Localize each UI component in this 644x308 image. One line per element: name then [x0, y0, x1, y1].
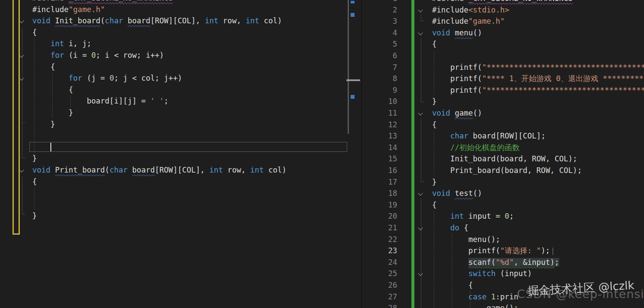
line-number[interactable]: 12 [375, 119, 397, 131]
line-number[interactable]: 10 [375, 96, 397, 107]
chevron-down-icon[interactable] [418, 31, 423, 35]
code-line[interactable]: 16 Print_board(board, ROW, COL); [362, 165, 644, 176]
code-line[interactable]: 21 do { [362, 222, 644, 234]
line-number[interactable]: 1 [375, 0, 397, 4]
code-text: } [32, 153, 37, 164]
line-number[interactable]: 8 [375, 73, 397, 85]
code-line[interactable]: 2#include<stdio.h> [362, 4, 644, 16]
line-number[interactable]: 5 [375, 38, 397, 50]
line-number[interactable]: 25 [375, 268, 397, 280]
scrollbar[interactable] [346, 0, 361, 308]
code-line[interactable]: void Init_board(char board[ROW][COL], in… [0, 15, 361, 27]
token: { [432, 120, 437, 129]
token: char [105, 16, 128, 25]
code-text: void menu() [432, 27, 482, 39]
code-line[interactable]: void Print_board(char board[ROW][COL], i… [0, 164, 361, 176]
code-line[interactable] [0, 187, 361, 199]
line-number[interactable]: 9 [375, 85, 397, 96]
indent-guide [34, 130, 34, 141]
code-line[interactable]: 25 switch (input) [362, 268, 644, 280]
code-line[interactable]: 23 printf("请选择: "); [362, 245, 644, 257]
code-line[interactable]: 3#include"game.h" [362, 16, 644, 27]
code-line[interactable]: board[i][j] = ' '; [0, 95, 361, 107]
line-number[interactable]: 14 [375, 142, 397, 154]
token: } [432, 97, 437, 106]
chevron-down-icon[interactable] [418, 8, 423, 13]
line-number[interactable]: 21 [375, 222, 397, 234]
code-line[interactable]: 1#define _CRT_SECURE_NO_WARNINGS [362, 0, 644, 4]
code-line[interactable] [0, 130, 361, 141]
code-line[interactable]: 17} [362, 176, 644, 188]
code-line[interactable] [0, 141, 361, 153]
code-line[interactable]: 8 printf("**** 1、开始游戏 0、退出游戏 ***********… [362, 73, 644, 85]
code-line[interactable]: } [0, 107, 361, 119]
code-line[interactable]: #include"game.h" [0, 4, 361, 16]
code-line[interactable]: } [0, 119, 361, 130]
code-line[interactable]: 14 //初始化棋盘的函数 [362, 142, 644, 154]
code-line[interactable]: 4void menu() [362, 27, 644, 39]
code-line[interactable]: 24 scanf("%d", &input); [362, 257, 644, 268]
code-line[interactable]: 11void game() [362, 107, 644, 119]
code-line[interactable]: #define _CRT_SECURE_NO_WARNINGS [0, 0, 361, 4]
token: int [450, 212, 468, 220]
line-number[interactable]: 23 [375, 245, 397, 257]
chevron-down-icon[interactable] [418, 111, 423, 116]
editor-pane-left[interactable]: #define _CRT_SECURE_NO_WARNINGS#include"… [0, 0, 361, 308]
editor-pane-right[interactable]: 1#define _CRT_SECURE_NO_WARNINGS2#includ… [362, 0, 644, 308]
line-number[interactable]: 19 [375, 199, 397, 211]
code-line[interactable]: int i, j; [0, 38, 361, 50]
code-line[interactable]: 7 printf("******************************… [362, 62, 644, 73]
code-text: case 1:prin [432, 291, 518, 303]
token: { [32, 177, 37, 186]
code-line[interactable]: { [0, 176, 361, 188]
chevron-down-icon[interactable] [418, 226, 423, 230]
chevron-down-icon[interactable] [19, 19, 24, 23]
chevron-down-icon[interactable] [19, 53, 24, 58]
code-line[interactable]: } [0, 153, 361, 164]
code-line[interactable]: 18void test() [362, 188, 644, 199]
line-number[interactable]: 4 [375, 27, 397, 39]
chevron-down-icon[interactable] [19, 76, 24, 81]
scrollbar-slider[interactable] [346, 79, 360, 81]
chevron-down-icon[interactable] [418, 272, 423, 276]
code-text: for (j = 0; j < col; j++) [32, 72, 182, 84]
line-number[interactable]: 26 [375, 280, 397, 291]
code-line[interactable]: { [0, 84, 361, 96]
code-line[interactable]: { [0, 61, 361, 73]
line-number[interactable]: 15 [375, 153, 397, 165]
line-number[interactable]: 17 [375, 176, 397, 188]
line-number[interactable]: 13 [375, 130, 397, 142]
code-line[interactable]: 12{ [362, 119, 644, 131]
chevron-down-icon[interactable] [418, 192, 423, 196]
line-number[interactable]: 16 [375, 165, 397, 176]
line-number[interactable]: 27 [375, 291, 397, 303]
code-line[interactable] [0, 199, 361, 211]
line-number[interactable]: 24 [375, 257, 397, 268]
line-number[interactable]: 3 [375, 16, 397, 27]
line-number[interactable]: 20 [375, 211, 397, 222]
line-number[interactable]: 2 [375, 4, 397, 16]
code-line[interactable]: for (i = 0; i < row; i++) [0, 50, 361, 61]
code-line[interactable]: 5{ [362, 38, 644, 50]
code-line[interactable]: 19{ [362, 199, 644, 211]
line-number[interactable]: 22 [375, 234, 397, 245]
line-number[interactable]: 18 [375, 188, 397, 199]
token: ' ' [150, 97, 164, 105]
code-line[interactable]: 9 printf("******************************… [362, 85, 644, 96]
code-line[interactable]: 28 game(); [362, 302, 644, 308]
scrollbar-thumb[interactable] [348, 0, 349, 134]
code-line[interactable]: 10} [362, 96, 644, 107]
line-number[interactable]: 6 [375, 50, 397, 62]
code-line[interactable]: 20 int input = 0; [362, 211, 644, 222]
code-line[interactable]: 15 Init_board(board, ROW, COL); [362, 153, 644, 165]
code-line[interactable]: 6 [362, 50, 644, 62]
chevron-down-icon[interactable] [19, 168, 24, 173]
line-number[interactable]: 28 [375, 302, 397, 308]
line-number[interactable]: 7 [375, 62, 397, 73]
code-line[interactable]: 13 char board[ROW][COL]; [362, 130, 644, 142]
line-number[interactable]: 11 [375, 107, 397, 119]
code-line[interactable]: 22 menu(); [362, 234, 644, 245]
code-line[interactable]: { [0, 27, 361, 38]
code-line[interactable]: } [0, 210, 361, 222]
code-line[interactable]: for (j = 0; j < col; j++) [0, 72, 361, 84]
